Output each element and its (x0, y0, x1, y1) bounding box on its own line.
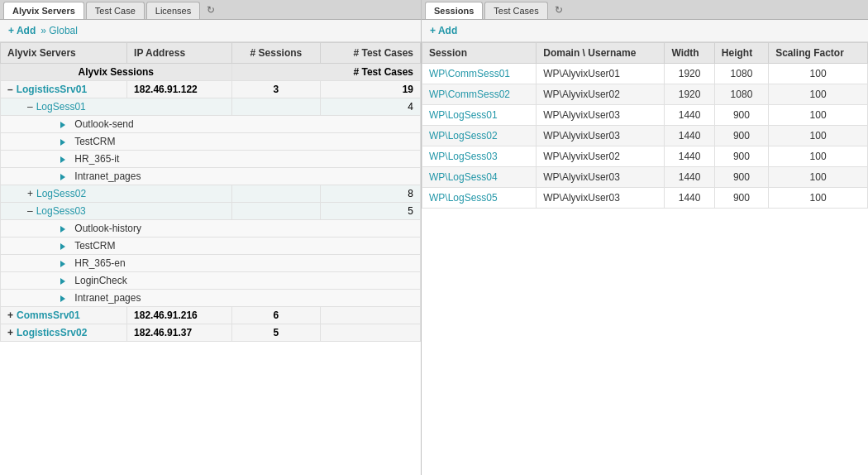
domain-cell: WP\AlyvixUser02 (537, 146, 665, 167)
test-name[interactable]: HR_365-it (1, 151, 421, 168)
test-name[interactable]: TestCRM (1, 133, 421, 151)
height-cell: 900 (714, 146, 768, 167)
app-container: Alyvix Servers Test Case Licenses ↻ + Ad… (0, 0, 868, 475)
tab-test-case[interactable]: Test Case (86, 2, 145, 19)
domain-cell: WP\AlyvixUser01 (537, 64, 665, 84)
left-add-button[interactable]: + Add (8, 25, 36, 36)
session-count (231, 203, 321, 220)
right-add-button[interactable]: + Add (430, 25, 457, 36)
session-cell[interactable]: WP\LogSess05 (422, 188, 537, 209)
right-add-row: + Add (422, 20, 868, 42)
session-cell[interactable]: WP\LogSess03 (422, 146, 537, 167)
table-row: TestCRM (1, 238, 421, 255)
test-name[interactable]: Outlook-history (1, 220, 421, 238)
server-ip: 182.46.91.216 (127, 307, 232, 324)
height-cell: 900 (714, 188, 768, 209)
scaling-cell: 100 (769, 188, 868, 209)
table-row: Intranet_pages (1, 290, 421, 307)
server-name[interactable]: –LogisticsSrv01 (1, 81, 127, 98)
height-cell: 900 (714, 126, 768, 146)
test-name[interactable]: Intranet_pages (1, 290, 421, 307)
scaling-cell: 100 (769, 126, 868, 146)
session-cell[interactable]: WP\LogSess04 (422, 167, 537, 188)
domain-cell: WP\AlyvixUser03 (537, 126, 665, 146)
list-item: –LogSess01 4 (1, 98, 421, 116)
tab-sessions[interactable]: Sessions (425, 2, 483, 19)
height-cell: 1080 (714, 64, 768, 84)
domain-cell: WP\AlyvixUser03 (537, 188, 665, 209)
session-count (231, 98, 321, 116)
left-table-wrapper: Alyvix Servers IP Address # Sessions # T… (0, 42, 421, 475)
height-cell: 1080 (714, 84, 768, 105)
width-cell: 1440 (665, 167, 714, 188)
left-refresh-icon[interactable]: ↻ (202, 1, 220, 19)
servers-table: Alyvix Servers IP Address # Sessions # T… (0, 42, 421, 342)
right-table-wrapper: Session Domain \ Username Width Height S… (422, 42, 868, 475)
domain-cell: WP\AlyvixUser03 (537, 105, 665, 126)
table-row: Outlook-history (1, 220, 421, 238)
scaling-cell: 100 (769, 105, 868, 126)
table-row: WP\CommSess02 WP\AlyvixUser02 1920 1080 … (422, 84, 868, 105)
tab-licenses[interactable]: Licenses (146, 2, 200, 19)
session-name[interactable]: –LogSess03 (1, 203, 232, 220)
test-name[interactable]: Intranet_pages (1, 168, 421, 185)
table-row: Intranet_pages (1, 168, 421, 185)
right-panel: Sessions Test Cases ↻ + Add Session Doma… (422, 0, 868, 475)
table-row: LoginCheck (1, 272, 421, 290)
table-row: WP\LogSess04 WP\AlyvixUser03 1440 900 10… (422, 167, 868, 188)
server-session-count: 6 (231, 307, 321, 324)
tab-alyvix-servers[interactable]: Alyvix Servers (3, 2, 84, 19)
test-name[interactable]: Outlook-send (1, 116, 421, 133)
test-name[interactable]: TestCRM (1, 238, 421, 255)
session-testcount: 8 (321, 185, 421, 203)
session-cell[interactable]: WP\LogSess02 (422, 126, 537, 146)
session-testcount: 5 (321, 203, 421, 220)
server-name[interactable]: +LogisticsSrv02 (1, 324, 127, 342)
table-row: –LogisticsSrv01 182.46.91.122 3 19 (1, 81, 421, 98)
table-row: WP\LogSess05 WP\AlyvixUser03 1440 900 10… (422, 188, 868, 209)
scaling-cell: 100 (769, 167, 868, 188)
test-name[interactable]: HR_365-en (1, 255, 421, 272)
global-link[interactable]: » Global (41, 25, 78, 36)
sessions-table: Session Domain \ Username Width Height S… (422, 42, 868, 209)
width-cell: 1440 (665, 105, 714, 126)
width-cell: 1920 (665, 84, 714, 105)
table-row: WP\LogSess03 WP\AlyvixUser02 1440 900 10… (422, 146, 868, 167)
server-testcase-count (321, 307, 421, 324)
scaling-cell: 100 (769, 64, 868, 84)
width-cell: 1920 (665, 64, 714, 84)
col-sessions-header: # Sessions (231, 43, 321, 64)
server-name[interactable]: +CommsSrv01 (1, 307, 127, 324)
session-count (231, 185, 321, 203)
table-row: HR_365-it (1, 151, 421, 168)
col-servers-header: Alyvix Servers (1, 43, 127, 64)
table-row: +CommsSrv01 182.46.91.216 6 (1, 307, 421, 324)
session-cell[interactable]: WP\CommSess02 (422, 84, 537, 105)
col-height-header: Height (714, 43, 768, 64)
tab-test-cases[interactable]: Test Cases (484, 2, 547, 19)
width-cell: 1440 (665, 146, 714, 167)
session-name[interactable]: +LogSess02 (1, 185, 232, 203)
session-testcount: 4 (321, 98, 421, 116)
table-row: Outlook-send (1, 116, 421, 133)
col-scaling-header: Scaling Factor (769, 43, 868, 64)
session-name[interactable]: –LogSess01 (1, 98, 232, 116)
testcases-header-right: # Test Cases (231, 64, 420, 81)
table-row: HR_365-en (1, 255, 421, 272)
domain-cell: WP\AlyvixUser02 (537, 84, 665, 105)
col-width-header: Width (665, 43, 714, 64)
scaling-cell: 100 (769, 146, 868, 167)
right-refresh-icon[interactable]: ↻ (550, 1, 568, 19)
session-cell[interactable]: WP\LogSess01 (422, 105, 537, 126)
left-panel-tabs: Alyvix Servers Test Case Licenses ↻ (0, 0, 421, 20)
table-row: WP\LogSess01 WP\AlyvixUser03 1440 900 10… (422, 105, 868, 126)
session-cell[interactable]: WP\CommSess01 (422, 64, 537, 84)
list-item: +LogSess02 8 (1, 185, 421, 203)
alyvix-sessions-header: Alyvix Sessions (1, 64, 232, 81)
col-testcases-header: # Test Cases (321, 43, 421, 64)
test-name[interactable]: LoginCheck (1, 272, 421, 290)
col-ip-header: IP Address (127, 43, 232, 64)
width-cell: 1440 (665, 188, 714, 209)
height-cell: 900 (714, 105, 768, 126)
server-ip: 182.46.91.37 (127, 324, 232, 342)
